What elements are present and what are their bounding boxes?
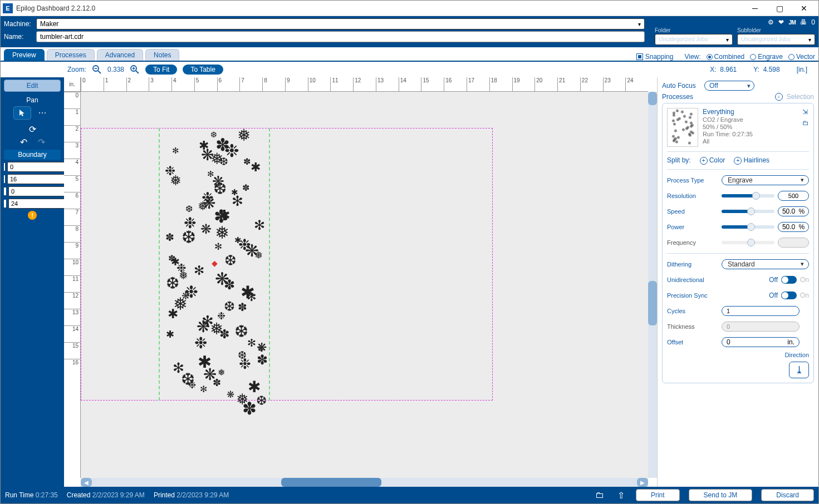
send-jm-button[interactable]: Send to JM [689, 489, 753, 501]
power-label: Power [667, 224, 718, 230]
zoom-to-table-button[interactable]: To Table [183, 65, 223, 75]
process-export-icon[interactable]: ⇲ [802, 108, 809, 116]
cycles-input[interactable]: 1 [722, 306, 800, 316]
svg-line-1 [98, 71, 101, 73]
unidirectional-toggle[interactable]: OffOn [769, 276, 809, 284]
horizontal-scrollbar[interactable]: ◀▶ [81, 478, 648, 487]
minimize-button[interactable]: ─ [743, 1, 767, 16]
split-by-color[interactable]: +Color [700, 156, 725, 165]
view-label: View: [684, 53, 700, 61]
zoom-bar: Zoom: 0.338 To Fit To Table X: 8.961 Y: … [1, 62, 818, 77]
cycles-label: Cycles [667, 308, 718, 314]
boundary-header: Boundary [4, 150, 61, 160]
ruler-vertical: 012345678910111213141516 [64, 92, 81, 478]
autofocus-label: Auto Focus [662, 82, 701, 90]
resolution-value[interactable]: 500 [778, 191, 809, 201]
warning-icon[interactable]: ! [28, 211, 37, 220]
jm-icon[interactable]: JM [788, 19, 796, 26]
line-tool[interactable] [33, 106, 51, 120]
printed-label: Printed [154, 491, 175, 499]
bound-width-icon [4, 200, 6, 207]
resolution-label: Resolution [667, 192, 718, 199]
maximize-button[interactable]: ▢ [767, 1, 792, 16]
bound-height-icon [4, 175, 5, 183]
process-name: Everything [703, 108, 798, 116]
view-engrave[interactable]: Engrave [750, 53, 783, 61]
gear-icon[interactable]: ⚙ [768, 18, 774, 26]
tab-processes[interactable]: Processes [47, 49, 95, 61]
discard-button[interactable]: Discard [761, 489, 814, 501]
pan-label: Pan [26, 96, 38, 104]
redo-icon[interactable]: ↷ [33, 137, 49, 147]
undo-icon[interactable]: ↶ [16, 137, 31, 147]
zoom-to-fit-button[interactable]: To Fit [145, 65, 177, 75]
zoom-in-icon[interactable] [130, 65, 140, 75]
zoom-out-icon[interactable] [92, 65, 102, 75]
titlebar: E Epilog Dashboard 2.2.12.0 ─ ▢ ✕ [1, 1, 818, 16]
refresh-icon[interactable]: ⟳ [24, 124, 40, 135]
origin-marker: ◆ [212, 259, 218, 268]
export-icon[interactable]: ⇧ [617, 490, 625, 501]
heartbeat-icon[interactable]: ❤ [778, 18, 784, 26]
runtime-value: 0:27:35 [36, 491, 58, 499]
cursor-tool[interactable] [13, 106, 31, 120]
canvas[interactable]: ❅❆✽✱❉✻❋❅❆✽✱❉✻❋❅❆✽✱❉✻❋❅❆✽✱❉✻❋❅❆✽✱❉✻❋❅❆✽✱❉… [81, 92, 648, 478]
folder-select[interactable]: Uncategorized Jobs [655, 34, 733, 45]
canvas-wrap: in. 012345678910111213141516171819202122… [64, 77, 657, 487]
svg-point-7 [39, 112, 40, 113]
print-button[interactable]: Print [636, 489, 680, 501]
frequency-value [778, 238, 809, 248]
right-panel: Auto Focus Off Processes +Selection ❅❅❅❅… [657, 77, 818, 487]
process-type-select[interactable]: Engrave [722, 175, 809, 185]
machine-select[interactable]: Maker [36, 18, 645, 29]
tab-advanced[interactable]: Advanced [97, 49, 143, 61]
printed-value: 2/2/2023 9:29 AM [176, 491, 229, 499]
process-all: All [703, 138, 798, 145]
process-item[interactable]: ❅❅❅❅❅❅❅❅❅❅❅❅❅❅❅❅❅❅❅❅❅❅❅❅❅❅❅❅❅❅ Everythin… [667, 108, 809, 147]
process-speed-power: 50% / 50% [703, 123, 798, 130]
created-value: 2/2/2023 9:29 AM [92, 491, 145, 499]
view-combined[interactable]: Combined [707, 53, 745, 61]
autofocus-select[interactable]: Off [704, 81, 754, 91]
offset-label: Offset [667, 339, 718, 345]
processes-box: ❅❅❅❅❅❅❅❅❅❅❅❅❅❅❅❅❅❅❅❅❅❅❅❅❅❅❅❅❅❅ Everythin… [662, 103, 814, 383]
direction-label: Direction [667, 352, 809, 358]
svg-line-4 [136, 71, 139, 73]
power-slider[interactable] [722, 225, 774, 229]
subfolder-select[interactable]: Uncategorized Jobs [737, 34, 815, 45]
coord-x-label: X: [710, 66, 716, 73]
power-value[interactable]: 50.0 % [778, 222, 809, 232]
close-button[interactable]: ✕ [792, 1, 816, 16]
vertical-scrollbar[interactable] [648, 92, 657, 478]
app-logo: E [3, 3, 13, 13]
tab-notes[interactable]: Notes [145, 49, 179, 61]
process-runtime: Run Time: 0:27:35 [703, 131, 798, 137]
zoom-label: Zoom: [67, 66, 86, 73]
tab-preview[interactable]: Preview [4, 49, 45, 61]
edit-button[interactable]: Edit [4, 80, 61, 92]
speed-value[interactable]: 50.0 % [778, 206, 809, 216]
snapping-toggle[interactable]: Snapping [636, 53, 674, 61]
folder-add-icon[interactable]: 🗀 [595, 490, 604, 500]
footer: Run Time 0:27:35 Created 2/2/2023 9:29 A… [1, 487, 818, 503]
direction-button[interactable]: ⤓ [789, 362, 809, 378]
processes-header: Processes [662, 93, 693, 101]
resolution-slider[interactable] [722, 194, 774, 197]
process-type-text: CO2 / Engrave [703, 116, 798, 123]
split-by-hairlines[interactable]: +Hairlines [734, 156, 769, 165]
precision-sync-toggle[interactable]: OffOn [769, 291, 809, 299]
add-selection-button[interactable]: +Selection [775, 93, 814, 101]
dithering-select[interactable]: Standard [722, 259, 809, 269]
printer-icon[interactable]: 🖶 [800, 18, 807, 26]
job-name-input[interactable]: tumbler-art.cdr [36, 31, 645, 42]
runtime-label: Run Time [5, 491, 33, 499]
process-folder-icon[interactable]: 🗀 [802, 119, 809, 127]
unidirectional-label: Unidirectional [667, 276, 718, 283]
view-vector[interactable]: Vector [788, 53, 815, 61]
speed-slider[interactable] [722, 210, 774, 213]
ruler-horizontal: 0123456789101112131415161718192021222324 [81, 77, 648, 92]
offset-input[interactable]: 0in. [722, 337, 800, 347]
bound-top-icon [4, 163, 5, 171]
svg-point-9 [45, 112, 46, 113]
subfolder-label: Subfolder [737, 27, 815, 33]
